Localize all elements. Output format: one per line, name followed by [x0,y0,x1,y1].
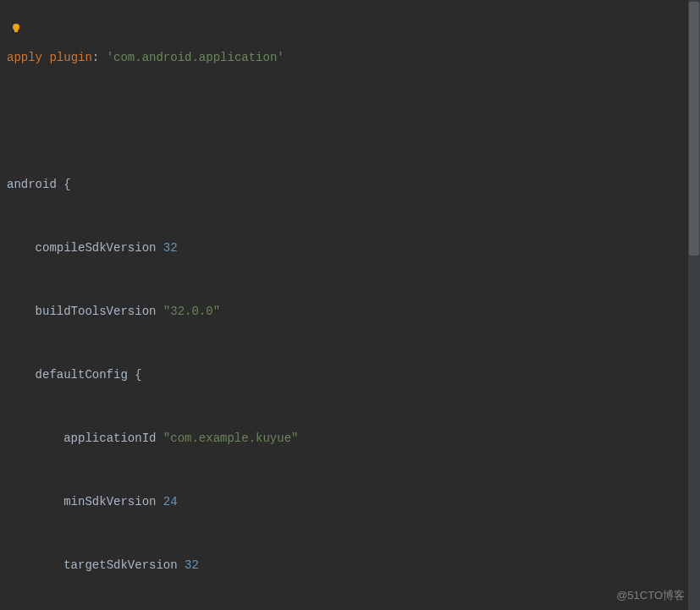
identifier: buildToolsVersion [36,305,163,318]
code-editor[interactable]: apply plugin: 'com.android.application' … [0,0,700,610]
scrollbar-thumb[interactable] [689,2,699,256]
code-line: apply plugin: 'com.android.application' [7,47,700,69]
code-body[interactable]: apply plugin: 'com.android.application' … [0,5,700,610]
code-line: buildToolsVersion "32.0.0" [7,301,700,322]
identifier: applicationId [63,431,163,445]
brace: { [57,178,71,191]
brace: { [128,368,142,382]
code-line: applicationId "com.example.kuyue" [7,428,700,449]
vertical-scrollbar[interactable] [688,0,700,610]
string: "com.example.kuyue" [163,431,299,445]
code-line: defaultConfig { [7,365,700,386]
punct: : [92,51,107,64]
number: 32 [185,558,199,572]
code-line: android { [7,174,700,195]
keyword: apply [7,51,42,64]
string: "32.0.0" [163,305,220,318]
keyword: plugin [49,51,91,64]
number: 32 [163,241,178,255]
code-line: minSdkVersion 24 [7,492,700,513]
identifier: minSdkVersion [63,495,163,508]
code-line [7,111,700,132]
code-line: compileSdkVersion 32 [7,238,700,259]
watermark: @51CTO博客 [616,588,685,603]
identifier: defaultConfig [36,368,128,382]
identifier: compileSdkVersion [36,241,163,255]
identifier: targetSdkVersion [63,558,185,572]
identifier: android [7,178,57,191]
code-line: targetSdkVersion 32 [7,555,700,576]
string: 'com.android.application' [107,51,284,64]
number: 24 [163,495,178,508]
